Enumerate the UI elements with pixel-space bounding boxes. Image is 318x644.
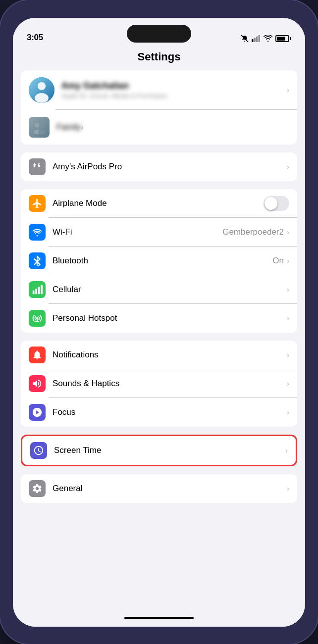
page-title: Settings	[13, 47, 305, 70]
svg-rect-12	[35, 289, 37, 294]
notifications-group: Notifications › Sounds & Haptics ›	[21, 341, 297, 427]
screen-time-icon	[30, 442, 47, 459]
airpods-chevron: ›	[287, 162, 289, 171]
svg-rect-13	[38, 287, 40, 294]
airpods-label: Amy's AirPods Pro	[53, 162, 287, 172]
bluetooth-chevron: ›	[287, 256, 289, 265]
cellular-label: Cellular	[53, 285, 287, 295]
profile-info: Amy Gatchalian Apple ID, iCloud, Media &…	[61, 81, 287, 99]
profile-name: Amy Gatchalian	[61, 81, 287, 91]
hotspot-row[interactable]: Personal Hotspot ›	[21, 304, 297, 333]
phone-screen: 3:05	[13, 18, 305, 627]
dynamic-island	[127, 25, 191, 43]
airplane-mode-label: Airplane Mode	[53, 198, 264, 208]
general-group: General ›	[21, 474, 297, 503]
wifi-label: Wi-Fi	[53, 227, 222, 237]
general-row[interactable]: General ›	[21, 474, 297, 503]
sounds-icon	[29, 375, 46, 392]
sounds-label: Sounds & Haptics	[53, 379, 287, 389]
battery-icon	[275, 35, 291, 42]
svg-point-5	[38, 82, 46, 90]
profile-subtitle: Apple ID, iCloud, Media & Purchases	[61, 92, 287, 99]
notifications-chevron: ›	[287, 350, 289, 359]
svg-rect-1	[254, 38, 256, 42]
notifications-row[interactable]: Notifications ›	[21, 341, 297, 369]
airplane-mode-icon	[29, 195, 46, 212]
cellular-icon	[29, 281, 46, 298]
airpods-row[interactable]: Amy's AirPods Pro ›	[21, 152, 297, 181]
svg-rect-14	[41, 285, 43, 294]
notifications-label: Notifications	[53, 350, 287, 360]
general-chevron: ›	[287, 484, 289, 493]
profile-main-row[interactable]: Amy Gatchalian Apple ID, iCloud, Media &…	[21, 70, 297, 110]
family-avatar	[29, 117, 50, 138]
home-indicator	[124, 617, 194, 619]
airpods-icon	[29, 158, 46, 175]
svg-point-6	[35, 93, 49, 103]
screen-time-group: Screen Time ›	[22, 436, 296, 465]
network-group: Airplane Mode Wi-Fi	[21, 189, 297, 333]
mute-icon	[241, 35, 249, 43]
wifi-chevron: ›	[287, 228, 289, 236]
airpods-group: Amy's AirPods Pro ›	[21, 152, 297, 181]
wifi-icon	[29, 224, 46, 241]
hotspot-label: Personal Hotspot	[53, 313, 287, 323]
signal-icon	[252, 35, 261, 42]
airplane-mode-toggle[interactable]	[264, 196, 289, 211]
svg-rect-0	[252, 39, 254, 42]
svg-rect-3	[259, 35, 261, 42]
focus-icon	[29, 404, 46, 421]
wifi-row[interactable]: Wi-Fi Gemberpoeder2 ›	[21, 218, 297, 247]
general-icon	[29, 480, 46, 497]
cellular-chevron: ›	[287, 285, 289, 294]
screen-time-label: Screen Time	[54, 446, 285, 455]
bluetooth-label: Bluetooth	[53, 256, 272, 266]
profile-group: Amy Gatchalian Apple ID, iCloud, Media &…	[21, 70, 297, 145]
cellular-row[interactable]: Cellular ›	[21, 275, 297, 304]
general-label: General	[53, 484, 287, 494]
screen-time-highlight: Screen Time ›	[21, 435, 297, 466]
focus-label: Focus	[53, 407, 287, 417]
svg-rect-11	[33, 290, 35, 294]
phone-frame: 3:05	[0, 0, 318, 644]
hotspot-icon	[29, 310, 46, 327]
status-icons	[241, 35, 291, 43]
profile-chevron: ›	[287, 86, 289, 94]
avatar	[29, 77, 54, 103]
screen-time-row[interactable]: Screen Time ›	[22, 436, 296, 465]
svg-point-7	[35, 123, 40, 128]
focus-row[interactable]: Focus ›	[21, 398, 297, 427]
wifi-status-icon	[264, 35, 272, 42]
airplane-mode-row[interactable]: Airplane Mode	[21, 189, 297, 218]
bluetooth-row[interactable]: Bluetooth On ›	[21, 247, 297, 275]
svg-rect-2	[256, 36, 258, 42]
secondary-chevron: ›	[81, 123, 84, 131]
focus-chevron: ›	[287, 408, 289, 416]
bluetooth-value: On	[272, 256, 284, 266]
wifi-value: Gemberpoeder2	[222, 227, 284, 237]
status-time: 3:05	[27, 33, 43, 43]
home-bar	[13, 610, 305, 627]
svg-point-8	[39, 123, 44, 128]
notifications-icon	[29, 347, 46, 363]
toggle-knob	[265, 197, 277, 210]
profile-secondary-label: Family	[56, 122, 81, 132]
scroll-content: Amy Gatchalian Apple ID, iCloud, Media &…	[13, 70, 305, 610]
sounds-chevron: ›	[287, 379, 289, 388]
profile-secondary-row[interactable]: Family ›	[21, 110, 297, 145]
screen-time-chevron: ›	[285, 446, 288, 454]
bottom-spacer	[21, 511, 297, 515]
hotspot-chevron: ›	[287, 314, 289, 322]
sounds-row[interactable]: Sounds & Haptics ›	[21, 369, 297, 398]
bluetooth-icon	[29, 252, 46, 269]
